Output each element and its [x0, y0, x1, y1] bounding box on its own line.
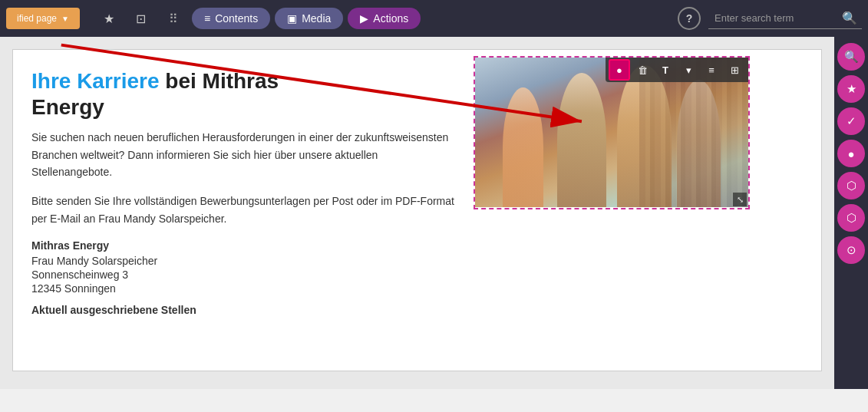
company-name: Mithras Energy [31, 239, 455, 252]
grid-dots-icon[interactable]: ⠿ [160, 5, 187, 32]
contents-tab[interactable]: ≡ Contents [192, 8, 270, 29]
resize-handle[interactable]: ⤡ [733, 193, 747, 206]
grid-icon: ⊞ [731, 64, 739, 76]
heading-line2: Energy [31, 95, 104, 119]
text-icon: T [662, 64, 668, 76]
image-toolbar: ● 🗑 T ▾ ≡ ⊞ [606, 58, 748, 82]
page-tab-arrow: ▼ [61, 15, 69, 23]
sidebar-alert-icon: ● [847, 147, 854, 160]
arrow-down-tool-button[interactable]: ▾ [678, 59, 699, 81]
section-label: Aktuell ausgeschriebene Stellen [31, 304, 455, 316]
contents-icon: ≡ [204, 12, 210, 25]
sidebar-star-icon: ★ [847, 82, 856, 96]
page-content-box: Ihre Karriere bei Mithras Energy Sie suc… [12, 49, 822, 371]
help-button[interactable]: ? [678, 7, 701, 30]
sidebar-star-button[interactable]: ★ [837, 75, 865, 103]
grid-tool-button[interactable]: ⊞ [724, 59, 745, 81]
sidebar-settings-icon: ⊙ [847, 243, 856, 257]
text-content-area: Ihre Karriere bei Mithras Energy Sie suc… [13, 50, 474, 335]
star-icon[interactable]: ★ [95, 5, 123, 32]
heading-blue-part: Ihre Karriere [31, 69, 160, 93]
actions-tab[interactable]: ▶ Actions [348, 8, 421, 29]
search-icon[interactable]: 🔍 [842, 11, 857, 25]
page-tab-button[interactable]: ified page ▼ [6, 8, 80, 29]
circle-icon: ● [616, 64, 622, 76]
monitor-icon[interactable]: ⊡ [127, 5, 155, 32]
circle-tool-button[interactable]: ● [609, 59, 630, 81]
sidebar-alert-button[interactable]: ● [837, 140, 865, 167]
resize-icon: ⤡ [737, 195, 744, 205]
sidebar-share-icon: ⬡ [847, 179, 856, 193]
media-label: Media [302, 12, 331, 25]
paragraph-1: Sie suchen nach neuen beruflichen Heraus… [31, 129, 455, 180]
sidebar-gift-button[interactable]: ⬡ [837, 204, 865, 232]
text-tool-button[interactable]: T [655, 59, 676, 81]
content-panel: Ihre Karriere bei Mithras Energy Sie suc… [0, 37, 834, 389]
search-input[interactable] [715, 12, 837, 24]
search-box[interactable]: 🔍 [708, 8, 862, 29]
list-icon: ≡ [708, 64, 715, 76]
media-tab[interactable]: ▣ Media [275, 8, 343, 29]
actions-label: Actions [373, 12, 408, 25]
right-sidebar: 🔍 ★ ✓ ● ⬡ ⬡ ⊙ [834, 37, 868, 389]
heading-black-part: bei Mithras [160, 69, 279, 93]
arrow-down-icon: ▾ [686, 64, 691, 76]
image-section[interactable]: ● 🗑 T ▾ ≡ ⊞ [474, 56, 750, 209]
main-heading: Ihre Karriere bei Mithras Energy [31, 68, 455, 120]
sidebar-check-button[interactable]: ✓ [837, 107, 865, 135]
main-area: Ihre Karriere bei Mithras Energy Sie suc… [0, 37, 868, 389]
sidebar-settings-button[interactable]: ⊙ [837, 236, 865, 264]
sidebar-check-icon: ✓ [847, 114, 856, 128]
sidebar-share-button[interactable]: ⬡ [837, 172, 865, 199]
address-city: 12345 Sonningen [31, 282, 455, 295]
sidebar-search-icon: 🔍 [844, 50, 859, 64]
media-icon: ▣ [287, 12, 297, 25]
delete-icon: 🗑 [638, 64, 648, 76]
actions-play-icon: ▶ [360, 12, 368, 25]
help-label: ? [686, 12, 693, 25]
list-tool-button[interactable]: ≡ [701, 59, 722, 81]
sidebar-search-button[interactable]: 🔍 [837, 43, 865, 71]
contact-name: Frau Mandy Solarspeicher [31, 255, 455, 267]
contents-label: Contents [215, 12, 258, 25]
paragraph-2: Bitte senden Sie Ihre vollständigen Bewe… [31, 193, 455, 227]
sidebar-gift-icon: ⬡ [847, 211, 856, 225]
main-toolbar: ified page ▼ ★ ⊡ ⠿ ≡ Contents ▣ Media ▶ … [0, 0, 868, 37]
delete-tool-button[interactable]: 🗑 [632, 59, 653, 81]
page-tab-label: ified page [17, 13, 57, 24]
address-street: Sonnenscheinweg 3 [31, 269, 455, 281]
